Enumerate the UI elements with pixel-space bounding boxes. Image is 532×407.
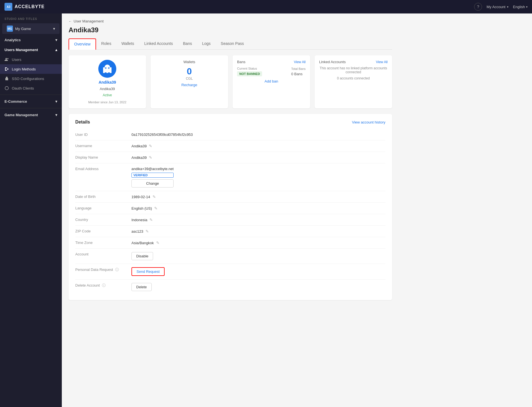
country-value: Indonesia ✎ <box>131 218 385 222</box>
recharge-link[interactable]: Recharge <box>155 83 224 87</box>
sidebar-item-users[interactable]: Users <box>0 55 62 64</box>
layout: STUDIO AND TITLES MG My Game ▾ Analytics… <box>0 13 532 407</box>
game-icon: MG <box>7 26 13 32</box>
profile-name-link[interactable]: Andika39 <box>99 80 116 84</box>
page-title: Andika39 <box>69 26 392 34</box>
tab-bans[interactable]: Bans <box>178 38 197 49</box>
username-edit-icon[interactable]: ✎ <box>149 144 152 148</box>
main-inner: ← User Management Andika39 Overview Role… <box>62 13 399 306</box>
total-bans-label: Total Bans <box>291 67 306 70</box>
email-col: andika+39@accelbyte.net VERIFIED Change <box>131 167 174 188</box>
topbar: A3 ACCELBYTE ? My Account ▾ English ▾ <box>0 0 532 13</box>
bans-view-all-link[interactable]: View All <box>294 60 306 64</box>
personal-data-label: Personal Data Request ⓘ <box>75 267 131 272</box>
main-content: ← User Management Andika39 Overview Role… <box>62 13 532 407</box>
detail-row-displayname: Display Name Andika39 ✎ <box>75 152 385 163</box>
wallets-card: Wallets 0 CGL Recharge <box>151 55 228 108</box>
current-status-label: Current Status <box>237 67 262 70</box>
sidebar-item-sso[interactable]: SSO Configurations <box>0 74 62 83</box>
breadcrumb-link[interactable]: User Management <box>74 19 104 23</box>
dob-label: Date of Birth <box>75 195 131 199</box>
change-email-button[interactable]: Change <box>131 179 174 188</box>
username-label: Username <box>75 144 131 148</box>
linked-view-all-link[interactable]: View All <box>376 60 388 64</box>
detail-row-zip: ZIP Code asc123 ✎ <box>75 226 385 237</box>
sidebar-item-login-label: Login Methods <box>12 67 36 71</box>
zip-edit-icon[interactable]: ✎ <box>145 229 149 234</box>
game-management-section[interactable]: Game Management ▾ <box>0 110 62 120</box>
tab-overview[interactable]: Overview <box>69 38 96 50</box>
bans-title: Bans <box>237 60 245 64</box>
analytics-chevron-icon: ▾ <box>55 38 57 42</box>
tab-logs[interactable]: Logs <box>197 38 215 49</box>
avatar-image <box>100 62 114 76</box>
account-label: Account <box>75 252 131 256</box>
sso-icon <box>4 76 9 81</box>
users-management-section[interactable]: Users Management ▴ <box>0 45 62 55</box>
timezone-value: Asia/Bangkok ✎ <box>131 241 385 245</box>
linked-header: Linked Accounts View All <box>319 60 388 64</box>
personal-data-info-icon: ⓘ <box>115 267 119 272</box>
detail-row-email: Email Address andika+39@accelbyte.net VE… <box>75 163 385 191</box>
sidebar: STUDIO AND TITLES MG My Game ▾ Analytics… <box>0 13 62 407</box>
help-icon[interactable]: ? <box>474 3 482 11</box>
tab-roles[interactable]: Roles <box>96 38 116 49</box>
analytics-section[interactable]: Analytics ▾ <box>0 35 62 45</box>
my-account-button[interactable]: My Account ▾ <box>486 5 508 9</box>
personal-data-value: Send Request <box>131 267 385 276</box>
userid-label: User ID <box>75 132 131 137</box>
svg-point-5 <box>5 86 8 90</box>
add-ban-link[interactable]: Add ban <box>237 79 306 83</box>
bans-header: Bans View All <box>237 60 306 64</box>
bans-row: Current Status NOT BANNED Total Bans 0 B… <box>237 67 306 76</box>
detail-row-personal-data: Personal Data Request ⓘ Send Request <box>75 264 385 280</box>
detail-row-dob: Date of Birth 1989-02-14 ✎ <box>75 191 385 203</box>
send-request-button[interactable]: Send Request <box>131 267 165 276</box>
verified-badge: VERIFIED <box>131 173 174 178</box>
linked-empty-text: This account has no linked platform acco… <box>319 66 388 74</box>
tab-season-pass[interactable]: Season Pass <box>216 38 249 49</box>
svg-rect-9 <box>103 72 105 73</box>
account-value: Disable <box>131 252 385 260</box>
language-selector[interactable]: English ▾ <box>513 5 528 9</box>
language-edit-icon[interactable]: ✎ <box>154 206 158 211</box>
linked-title: Linked Accounts <box>319 60 346 64</box>
login-icon <box>4 67 9 71</box>
displayname-edit-icon[interactable]: ✎ <box>149 155 152 160</box>
tab-wallets[interactable]: Wallets <box>116 38 139 49</box>
sidebar-item-login-methods[interactable]: Login Methods <box>0 64 62 74</box>
game-chevron-icon: ▾ <box>53 26 55 31</box>
topbar-left: A3 ACCELBYTE <box>4 3 45 11</box>
tab-linked-accounts[interactable]: Linked Accounts <box>139 38 178 49</box>
ecommerce-section[interactable]: E-Commerce ▾ <box>0 97 62 106</box>
sidebar-divider-1 <box>0 95 62 95</box>
bans-count: 0 Bans <box>291 72 303 76</box>
game-dropdown[interactable]: MG My Game ▾ <box>2 23 60 34</box>
detail-row-account: Account Disable <box>75 249 385 264</box>
users-icon <box>4 57 9 62</box>
zip-label: ZIP Code <box>75 229 131 233</box>
country-edit-icon[interactable]: ✎ <box>149 218 153 222</box>
timezone-edit-icon[interactable]: ✎ <box>156 241 160 245</box>
detail-row-country: Country Indonesia ✎ <box>75 214 385 226</box>
svg-text:A3: A3 <box>7 5 10 8</box>
sidebar-item-oauth[interactable]: Oauth Clients <box>0 83 62 93</box>
email-label: Email Address <box>75 167 131 171</box>
svg-rect-10 <box>106 72 108 73</box>
username-value: Andika39 ✎ <box>131 144 385 148</box>
tabs: Overview Roles Wallets Linked Accounts B… <box>69 38 392 50</box>
wallet-currency: CGL <box>155 77 224 81</box>
svg-rect-4 <box>5 78 8 80</box>
details-section: Details View account history User ID 0a1… <box>69 114 392 300</box>
dob-edit-icon[interactable]: ✎ <box>153 195 156 199</box>
delete-account-button[interactable]: Delete <box>131 283 152 291</box>
topbar-right: ? My Account ▾ English ▾ <box>474 3 528 11</box>
disable-account-button[interactable]: Disable <box>131 252 153 260</box>
sidebar-item-sso-label: SSO Configurations <box>12 77 44 81</box>
bans-status-col: Current Status NOT BANNED <box>237 67 262 76</box>
view-history-link[interactable]: View account history <box>352 120 385 124</box>
linked-connected-text: 0 accounts connected <box>319 76 388 80</box>
oauth-icon <box>4 86 9 90</box>
language-value: English (US) ✎ <box>131 206 385 211</box>
profile-username: Andika39 <box>100 87 115 91</box>
